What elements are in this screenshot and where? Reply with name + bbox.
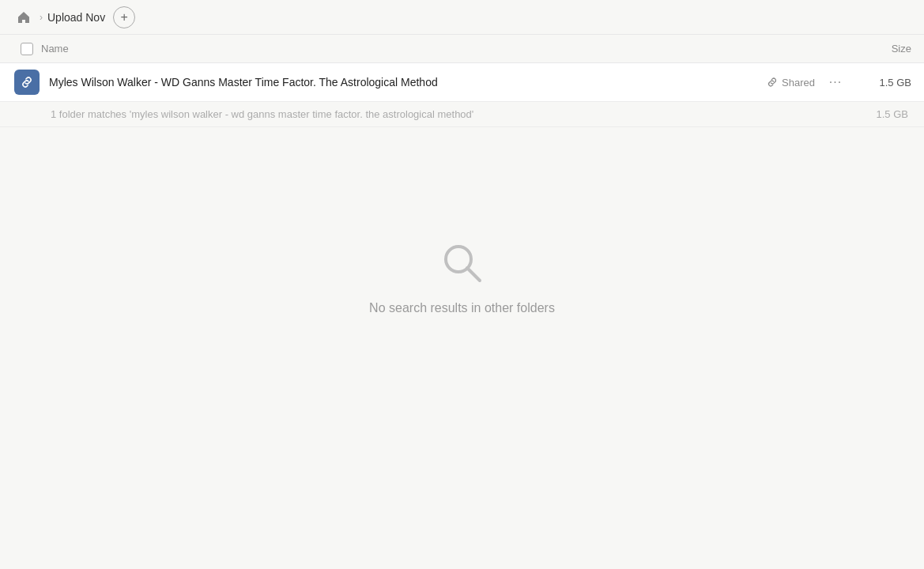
size-column-header: Size [848, 43, 911, 55]
select-all-checkbox[interactable] [21, 43, 33, 55]
match-info: 1 folder matches 'myles wilson walker - … [0, 102, 924, 127]
folder-icon [14, 70, 40, 95]
file-row[interactable]: Myles Wilson Walker - WD Ganns Master Ti… [0, 63, 924, 102]
home-icon [17, 11, 30, 24]
link-folder-icon [20, 75, 34, 89]
breadcrumb-label: Upload Nov [47, 11, 105, 24]
more-options-button[interactable]: ··· [824, 71, 847, 93]
home-button[interactable] [13, 6, 35, 28]
file-name: Myles Wilson Walker - WD Ganns Master Ti… [41, 76, 767, 89]
shared-text: Shared [782, 77, 815, 89]
shared-label: Shared [767, 77, 815, 89]
match-size: 1.5 GB [877, 108, 911, 120]
empty-state: No search results in other folders [0, 127, 924, 315]
folder-icon-box [13, 70, 41, 95]
table-header: Name Size [0, 35, 924, 63]
link-icon [767, 77, 778, 88]
top-bar: › Upload Nov + [0, 0, 924, 35]
file-size: 1.5 GB [856, 77, 911, 89]
more-options-icon: ··· [829, 75, 842, 89]
svg-line-1 [467, 268, 480, 281]
breadcrumb-separator: › [40, 12, 43, 23]
no-results-text: No search results in other folders [369, 301, 555, 315]
select-all-checkbox-col[interactable] [13, 43, 41, 55]
empty-search-icon [437, 238, 488, 288]
match-text: 1 folder matches 'myles wilson walker - … [51, 108, 473, 120]
add-button[interactable]: + [113, 6, 135, 28]
name-column-header: Name [41, 43, 848, 55]
